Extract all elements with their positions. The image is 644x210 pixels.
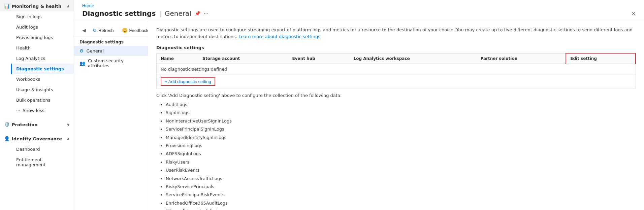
list-item: MicrosoftGraphActivityLogs: [166, 207, 636, 210]
add-setting-row: + Add diagnostic setting: [157, 75, 636, 89]
list-item: RiskyServicePrincipals: [166, 183, 636, 190]
sidebar: 📊 Monitoring & health ∧ Sign-in logs Aud…: [0, 0, 74, 210]
page-subtitle: General: [165, 9, 191, 18]
feedback-icon: 😊: [122, 28, 128, 33]
refresh-button[interactable]: ↻ Refresh: [89, 26, 118, 35]
sidebar-section-protection[interactable]: 🛡️ Protection ∨: [0, 118, 74, 130]
sidebar-section-monitoring[interactable]: 📊 Monitoring & health ∧: [0, 0, 74, 11]
list-item: NetworkAccessTrafficLogs: [166, 175, 636, 182]
monitoring-icon: 📊: [4, 3, 10, 9]
general-settings-icon: ⚙️: [79, 48, 84, 54]
list-item: AuditLogs: [166, 101, 636, 108]
list-item: SignInLogs: [166, 109, 636, 116]
diagnostic-settings-table: Name Storage account Event hub Log Analy…: [156, 53, 636, 89]
three-dots-icon: ···: [16, 108, 20, 113]
learn-more-link[interactable]: Learn more about diagnostic settings: [238, 34, 320, 39]
breadcrumb[interactable]: Home: [82, 3, 636, 8]
no-settings-label: No diagnostic settings defined: [157, 64, 636, 75]
page-title: Diagnostic settings: [82, 9, 156, 18]
left-nav-section-label: Diagnostic settings: [74, 37, 148, 46]
main-area: Home Diagnostic settings | General 📌 ···…: [74, 0, 644, 210]
title-divider: |: [159, 9, 161, 18]
log-types-list: AuditLogsSignInLogsNonInteractiveUserSig…: [156, 101, 636, 210]
list-item: EnrichedOffice365AuditLogs: [166, 199, 636, 207]
list-item: ManagedIdentitySignInLogs: [166, 134, 636, 141]
protection-icon: 🛡️: [4, 122, 10, 127]
no-settings-row: No diagnostic settings defined: [157, 64, 636, 75]
add-setting-cell: + Add diagnostic setting: [157, 75, 636, 89]
list-item: ServicePrincipalSignInLogs: [166, 125, 636, 133]
chevron-down-icon-protection: ∨: [67, 123, 70, 127]
col-event-hub: Event hub: [288, 53, 350, 64]
col-log-analytics: Log Analytics workspace: [350, 53, 477, 64]
pin-icon[interactable]: 📌: [195, 11, 200, 16]
sidebar-section-monitoring-label: Monitoring & health: [12, 4, 61, 9]
list-item: ServicePrincipalRiskEvents: [166, 191, 636, 199]
collection-info: Click 'Add Diagnostic setting' above to …: [156, 93, 636, 98]
collapse-button[interactable]: ◀: [79, 26, 89, 34]
sidebar-item-bulk-operations[interactable]: Bulk operations: [11, 95, 74, 105]
more-options-icon[interactable]: ···: [204, 11, 208, 16]
col-partner-solution: Partner solution: [477, 53, 566, 64]
identity-governance-items: Dashboard Entitlement management: [0, 144, 74, 170]
left-nav-item-general[interactable]: ⚙️ General: [74, 46, 148, 56]
sidebar-item-dashboard[interactable]: Dashboard: [11, 144, 74, 154]
col-edit-setting: Edit setting: [566, 53, 636, 64]
list-item: NonInteractiveUserSignInLogs: [166, 117, 636, 125]
col-name: Name: [157, 53, 199, 64]
left-nav-panel: ◀ ↻ Refresh 😊 Feedback Diagnostic settin…: [74, 21, 148, 210]
custom-security-icon: 👥: [79, 61, 85, 66]
sidebar-item-health[interactable]: Health: [11, 43, 74, 53]
sidebar-item-sign-in-logs[interactable]: Sign-in logs: [11, 11, 74, 22]
sidebar-section-protection-label: Protection: [12, 122, 37, 127]
list-item: UserRiskEvents: [166, 166, 636, 174]
add-diagnostic-setting-button[interactable]: + Add diagnostic setting: [161, 77, 215, 86]
toolbar: ◀ ↻ Refresh 😊 Feedback: [74, 24, 148, 37]
sidebar-item-usage-insights[interactable]: Usage & insights: [11, 84, 74, 95]
list-item: RiskyUsers: [166, 158, 636, 166]
sidebar-item-provisioning-logs[interactable]: Provisioning logs: [11, 32, 74, 43]
description-text: Diagnostic settings are used to configur…: [156, 27, 636, 40]
sidebar-item-workbooks[interactable]: Workbooks: [11, 74, 74, 84]
sidebar-item-log-analytics[interactable]: Log Analytics: [11, 53, 74, 64]
chevron-up-icon: ∧: [67, 4, 70, 8]
feedback-button[interactable]: 😊 Feedback: [118, 26, 148, 35]
sidebar-item-entitlement-management[interactable]: Entitlement management: [11, 154, 74, 170]
page-header: Home Diagnostic settings | General 📌 ···…: [74, 0, 644, 21]
identity-governance-icon: 👤: [4, 136, 10, 141]
sidebar-section-identity-governance-label: Identity Governance: [12, 136, 62, 141]
sidebar-item-show-less[interactable]: ··· Show less: [11, 105, 74, 116]
left-nav-item-custom-security[interactable]: 👥 Custom security attributes: [74, 56, 148, 71]
col-storage: Storage account: [198, 53, 288, 64]
diagnostic-settings-section-label: Diagnostic settings: [156, 45, 636, 50]
list-item: ADFSSignInLogs: [166, 150, 636, 158]
monitoring-items: Sign-in logs Audit logs Provisioning log…: [0, 11, 74, 116]
main-panel: Diagnostic settings are used to configur…: [148, 21, 644, 210]
list-item: ProvisioningLogs: [166, 142, 636, 149]
refresh-icon: ↻: [93, 28, 97, 33]
sidebar-section-identity-governance[interactable]: 👤 Identity Governance ∧: [0, 133, 74, 144]
sidebar-item-audit-logs[interactable]: Audit logs: [11, 22, 74, 32]
close-icon[interactable]: ✕: [632, 10, 636, 17]
chevron-up-icon-ig: ∧: [67, 137, 70, 141]
page-title-row: Diagnostic settings | General 📌 ··· ✕: [82, 9, 636, 21]
sidebar-item-diagnostic-settings[interactable]: Diagnostic settings: [11, 64, 74, 74]
content-area: ◀ ↻ Refresh 😊 Feedback Diagnostic settin…: [74, 21, 644, 210]
